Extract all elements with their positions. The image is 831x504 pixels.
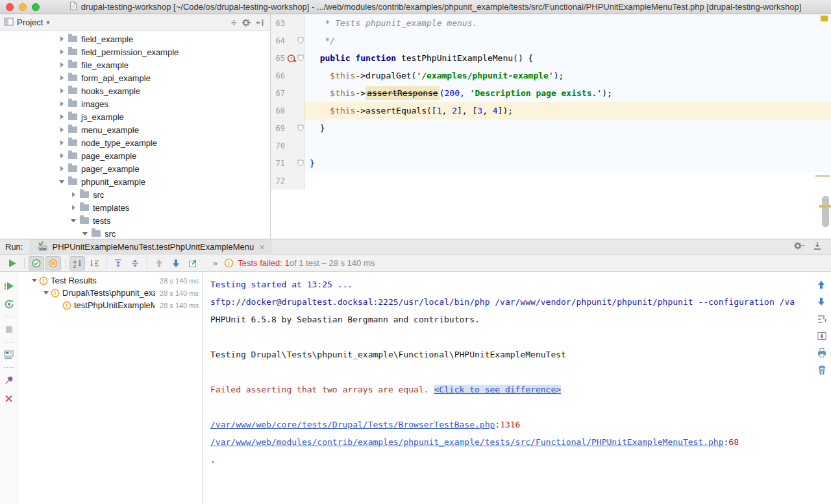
sort-by-duration-button[interactable]: [86, 256, 102, 270]
chevron-expanded-icon[interactable]: [57, 177, 66, 186]
editor-line[interactable]: 72: [271, 172, 831, 189]
fold-marker-icon[interactable]: [297, 37, 304, 44]
editor-line[interactable]: 67 $this->assertResponse(200, 'Descripti…: [271, 84, 831, 102]
editor-gutter[interactable]: 66: [271, 67, 304, 84]
chevron-collapsed-icon[interactable]: [57, 60, 66, 69]
editor-gutter[interactable]: 72: [271, 172, 304, 189]
chevron-collapsed-icon[interactable]: [57, 34, 66, 43]
test-tree-row[interactable]: !testPhpUnitExampleMenu28 s 140 ms: [18, 299, 202, 311]
editor-line[interactable]: 66 $this->drupalGet('/examples/phpunit-e…: [271, 67, 831, 84]
chevron-expanded-icon[interactable]: [69, 216, 78, 225]
import-test-results-button[interactable]: [185, 256, 201, 270]
pin-tab-icon[interactable]: [4, 375, 14, 385]
print-icon[interactable]: [817, 348, 827, 358]
error-stripe-mark-2[interactable]: [819, 205, 831, 208]
expand-all-button[interactable]: [110, 256, 126, 270]
rerun-failed-tests-icon[interactable]: !: [4, 281, 14, 291]
failed-test-gutter-icon[interactable]: !: [286, 53, 297, 64]
chevron-expanded-icon[interactable]: [30, 279, 38, 282]
editor-line[interactable]: 65! public function testPhpUnitExampleMe…: [271, 49, 831, 67]
fold-marker-icon[interactable]: [297, 54, 304, 62]
chevron-collapsed-icon[interactable]: [57, 99, 66, 108]
editor-gutter[interactable]: 71: [271, 154, 304, 172]
show-passed-toggle[interactable]: [29, 256, 44, 270]
project-tree-item[interactable]: field_example: [0, 32, 270, 45]
test-tree-row[interactable]: !Test Results28 s 140 ms: [18, 274, 202, 287]
code-text[interactable]: [304, 172, 831, 189]
editor-line[interactable]: 68 $this->assertEquals([1, 2], [3, 4]);: [271, 102, 831, 119]
editor-gutter[interactable]: 63: [271, 14, 304, 32]
editor-gutter[interactable]: 65!: [271, 49, 304, 67]
chevron-collapsed-icon[interactable]: [57, 86, 66, 95]
project-tree-item[interactable]: phpunit_example: [0, 175, 270, 188]
code-text[interactable]: $this->assertResponse(200, 'Description …: [304, 84, 831, 102]
code-text[interactable]: $this->drupalGet('/examples/phpunit-exam…: [304, 67, 831, 84]
editor-line[interactable]: 69 }: [271, 119, 831, 137]
code-text[interactable]: public function testPhpUnitExampleMenu()…: [304, 49, 831, 67]
chevron-collapsed-icon[interactable]: [57, 112, 66, 121]
project-tree-item[interactable]: form_api_example: [0, 71, 270, 84]
zoom-window-button[interactable]: [32, 3, 40, 11]
editor-line[interactable]: 64 */: [271, 32, 831, 49]
hide-panel-icon[interactable]: [253, 16, 266, 29]
console-link[interactable]: /var/www/web/core/tests/Drupal/Tests/Bro…: [210, 420, 495, 429]
code-text[interactable]: */: [304, 32, 831, 49]
previous-failed-test-button[interactable]: [151, 256, 167, 270]
project-tree-item[interactable]: field_permission_example: [0, 45, 270, 58]
chevron-collapsed-icon[interactable]: [57, 151, 66, 160]
project-tree-item[interactable]: pager_example: [0, 162, 270, 175]
locate-file-icon[interactable]: ÷: [227, 16, 240, 29]
sort-alphabetically-toggle[interactable]: az: [69, 256, 85, 270]
console-link[interactable]: /var/www/web/modules/contrib/examples/ph…: [210, 437, 724, 447]
open-results-in-editor-icon[interactable]: [817, 331, 827, 341]
editor-gutter[interactable]: 69: [271, 119, 304, 137]
error-stripe-warning-mark[interactable]: [821, 16, 828, 21]
fold-marker-icon[interactable]: [297, 125, 304, 132]
hide-run-panel-icon[interactable]: [813, 241, 822, 252]
show-ignored-toggle[interactable]: [45, 256, 61, 270]
down-stacktrace-icon[interactable]: [817, 297, 827, 307]
chevron-collapsed-icon[interactable]: [57, 125, 66, 134]
project-tree-item[interactable]: images: [0, 97, 270, 110]
run-tab[interactable]: php PHPUnitExampleMenuTest.testPhpUnitEx…: [31, 239, 271, 255]
chevron-collapsed-icon[interactable]: [57, 73, 66, 82]
chevron-collapsed-icon[interactable]: [69, 203, 78, 212]
stop-icon[interactable]: [4, 324, 14, 335]
collapse-all-button[interactable]: [127, 256, 143, 270]
code-text[interactable]: $this->assertEquals([1, 2], [3, 4]);: [304, 102, 831, 119]
console-link[interactable]: <Click to see difference>: [434, 385, 561, 394]
code-editor[interactable]: 63 * Tests phpunit_example menus.64 */65…: [271, 14, 831, 239]
project-tree-item[interactable]: menu_example: [0, 123, 270, 136]
close-panel-icon[interactable]: [4, 393, 14, 403]
error-stripe-mark[interactable]: [815, 175, 830, 177]
editor-gutter[interactable]: 70: [271, 137, 304, 154]
project-dropdown-icon[interactable]: ▾: [46, 19, 49, 26]
project-tree-item[interactable]: src: [0, 227, 270, 239]
test-tree-row[interactable]: !Drupal\Tests\phpunit_example\Functional…: [18, 287, 202, 299]
restore-layout-icon[interactable]: [4, 350, 14, 360]
minimize-window-button[interactable]: [19, 3, 27, 11]
project-panel-title[interactable]: Project: [17, 18, 43, 27]
project-tree-item[interactable]: templates: [0, 201, 270, 214]
project-tree-item[interactable]: src: [0, 188, 270, 201]
chevron-collapsed-icon[interactable]: [57, 138, 66, 147]
project-tree-item[interactable]: js_example: [0, 110, 270, 123]
project-tree-item[interactable]: hooks_example: [0, 84, 270, 97]
editor-line[interactable]: 63 * Tests phpunit_example menus.: [271, 14, 831, 32]
chevron-collapsed-icon[interactable]: [57, 164, 66, 173]
up-stacktrace-icon[interactable]: [817, 280, 827, 291]
close-window-button[interactable]: [6, 3, 14, 11]
chevron-expanded-icon[interactable]: [81, 229, 90, 238]
close-tab-icon[interactable]: ×: [259, 243, 264, 252]
editor-gutter[interactable]: 68: [271, 102, 304, 119]
rerun-button[interactable]: [5, 256, 20, 270]
editor-scrollbar[interactable]: [822, 196, 829, 227]
code-text[interactable]: [304, 137, 831, 154]
project-tree-item[interactable]: page_example: [0, 149, 270, 162]
editor-gutter[interactable]: 64: [271, 32, 304, 49]
more-actions-icon[interactable]: »: [213, 258, 217, 268]
toggle-auto-test-icon[interactable]: [4, 299, 14, 309]
editor-gutter[interactable]: 67: [271, 84, 304, 102]
editor-line[interactable]: 70: [271, 137, 831, 154]
project-tree-item[interactable]: tests: [0, 214, 270, 227]
